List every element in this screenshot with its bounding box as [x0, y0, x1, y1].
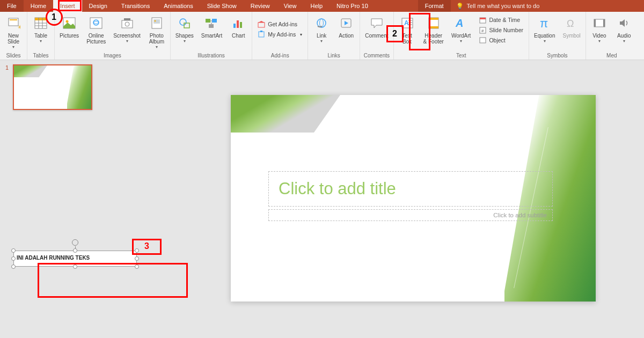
- resize-handle-tm[interactable]: [73, 248, 77, 253]
- my-addins-label: My Add-ins: [268, 31, 296, 38]
- slidenum-label: Slide Number: [489, 27, 523, 33]
- tab-review[interactable]: Review: [244, 0, 277, 12]
- photo-album-label: Photo Album: [149, 33, 164, 45]
- header-footer-button[interactable]: Header & Footer: [422, 13, 445, 46]
- tell-me-search[interactable]: 💡 Tell me what you want to do: [456, 0, 540, 12]
- action-label: Action: [339, 33, 354, 39]
- photo-album-button[interactable]: Photo Album ▾: [147, 13, 167, 50]
- textbox-button[interactable]: A Text Box: [397, 13, 418, 46]
- group-links: Link ▾ Action Links: [308, 12, 360, 60]
- svg-text:Ω: Ω: [567, 18, 574, 29]
- tab-home[interactable]: Home: [24, 0, 53, 12]
- textbox-content[interactable]: INI ADALAH RUNNING TEKS: [14, 251, 136, 264]
- resize-handle-tl[interactable]: [11, 248, 16, 253]
- dropdown-icon: ▾: [544, 39, 546, 43]
- group-addins: Get Add-ins My Add-ins ▾ Add-ins: [252, 12, 308, 60]
- subtitle-placeholder[interactable]: Click to add subtitle: [268, 209, 553, 221]
- shapes-button[interactable]: Shapes ▾: [174, 13, 195, 45]
- textbox-label: Text Box: [402, 33, 412, 45]
- pictures-label: Pictures: [60, 33, 79, 39]
- date-time-button[interactable]: Date & Time: [477, 16, 525, 24]
- object-button[interactable]: Object: [477, 36, 525, 45]
- rotate-handle[interactable]: [72, 239, 78, 246]
- tab-design[interactable]: Design: [82, 0, 114, 12]
- screenshot-icon: [119, 14, 136, 32]
- group-label-slides: Slides: [3, 52, 24, 58]
- group-label-images: Images: [58, 52, 167, 58]
- link-button[interactable]: Link ▾: [311, 13, 332, 45]
- wordart-button[interactable]: A WordArt ▾: [450, 13, 473, 45]
- table-label: Table: [34, 33, 47, 39]
- get-addins-label: Get Add-ins: [268, 21, 297, 27]
- svg-text:#: #: [481, 28, 484, 33]
- textbox-icon: A: [399, 14, 416, 32]
- title-placeholder[interactable]: Click to add title: [268, 171, 553, 207]
- shapes-icon: [176, 14, 193, 32]
- group-tables: Table ▾ Tables: [27, 12, 55, 60]
- svg-rect-4: [35, 18, 47, 20]
- tab-nitro[interactable]: Nitro Pro 10: [330, 0, 375, 12]
- tab-transitions[interactable]: Transitions: [114, 0, 157, 12]
- svg-rect-27: [258, 23, 265, 27]
- tab-insert[interactable]: Insert: [53, 0, 82, 12]
- slide-number-button[interactable]: # Slide Number: [477, 26, 525, 34]
- tell-me-label: Tell me what you want to do: [467, 3, 540, 9]
- comment-icon: [368, 14, 385, 32]
- resize-handle-bl[interactable]: [11, 264, 16, 269]
- photo-album-icon: [148, 14, 165, 32]
- online-pictures-label: Online Pictures: [86, 33, 106, 45]
- video-button[interactable]: Video ▾: [589, 13, 610, 45]
- slide-canvas-area[interactable]: Click to add title Click to add subtitle…: [97, 60, 644, 338]
- chart-label: Chart: [232, 33, 245, 39]
- resize-handle-bm[interactable]: [73, 264, 77, 269]
- get-addins-button[interactable]: Get Add-ins: [255, 20, 304, 28]
- annotation-1-label: 1: [52, 12, 56, 22]
- new-slide-button[interactable]: ✳ New Slide ▾: [3, 13, 24, 50]
- online-pictures-button[interactable]: Online Pictures: [85, 13, 107, 46]
- pictures-button[interactable]: Pictures: [58, 13, 80, 40]
- chart-button[interactable]: Chart: [228, 13, 248, 40]
- tab-view[interactable]: View: [277, 0, 304, 12]
- slide-thumbnail-1[interactable]: 1: [13, 64, 92, 110]
- group-slides: ✳ New Slide ▾ Slides: [0, 12, 27, 60]
- group-label-text: Text: [397, 52, 525, 58]
- resize-handle-br[interactable]: [135, 264, 139, 269]
- dropdown-icon: ▾: [623, 39, 625, 43]
- tab-format[interactable]: Format: [418, 0, 451, 12]
- svg-text:π: π: [540, 17, 548, 30]
- audio-label: Audio: [617, 33, 631, 39]
- action-button[interactable]: Action: [336, 13, 356, 40]
- bulb-icon: 💡: [456, 3, 464, 10]
- title-placeholder-text: Click to add title: [279, 179, 543, 199]
- table-icon: [32, 14, 49, 32]
- symbol-button: Ω Symbol: [561, 13, 582, 40]
- group-label-illus: Illustrations: [174, 52, 248, 58]
- resize-handle-mr[interactable]: [135, 256, 139, 261]
- group-comments: Comment Comments: [360, 12, 393, 60]
- tab-file[interactable]: File: [0, 0, 24, 12]
- screenshot-button[interactable]: Screenshot ▾: [112, 13, 142, 45]
- svg-rect-43: [480, 18, 486, 19]
- tab-animations[interactable]: Animations: [157, 0, 200, 12]
- new-slide-icon: ✳: [5, 14, 22, 32]
- equation-button[interactable]: π Equation ▾: [532, 13, 557, 45]
- my-addins-button[interactable]: My Add-ins ▾: [255, 30, 304, 39]
- tab-help[interactable]: Help: [303, 0, 330, 12]
- group-label-media: Med: [589, 52, 634, 58]
- equation-icon: π: [536, 14, 553, 32]
- dropdown-icon: ▾: [300, 32, 302, 37]
- tab-bar: File Home Insert Design Transitions Anim…: [0, 0, 644, 12]
- comment-button[interactable]: Comment: [363, 13, 390, 40]
- slide[interactable]: Click to add title Click to add subtitle: [231, 95, 596, 302]
- group-images: Pictures Online Pictures Screenshot ▾ Ph…: [55, 12, 171, 60]
- resize-handle-ml[interactable]: [11, 256, 16, 261]
- subtitle-placeholder-text: Click to add subtitle: [274, 212, 547, 218]
- selected-textbox[interactable]: INI ADALAH RUNNING TEKS: [13, 251, 137, 267]
- tab-slideshow[interactable]: Slide Show: [200, 0, 244, 12]
- resize-handle-tr[interactable]: [135, 248, 139, 253]
- table-button[interactable]: Table ▾: [31, 13, 51, 45]
- svg-rect-21: [206, 19, 210, 23]
- smartart-button[interactable]: SmartArt: [200, 13, 224, 40]
- audio-button[interactable]: Audio ▾: [614, 13, 634, 45]
- smartart-icon: [203, 14, 220, 32]
